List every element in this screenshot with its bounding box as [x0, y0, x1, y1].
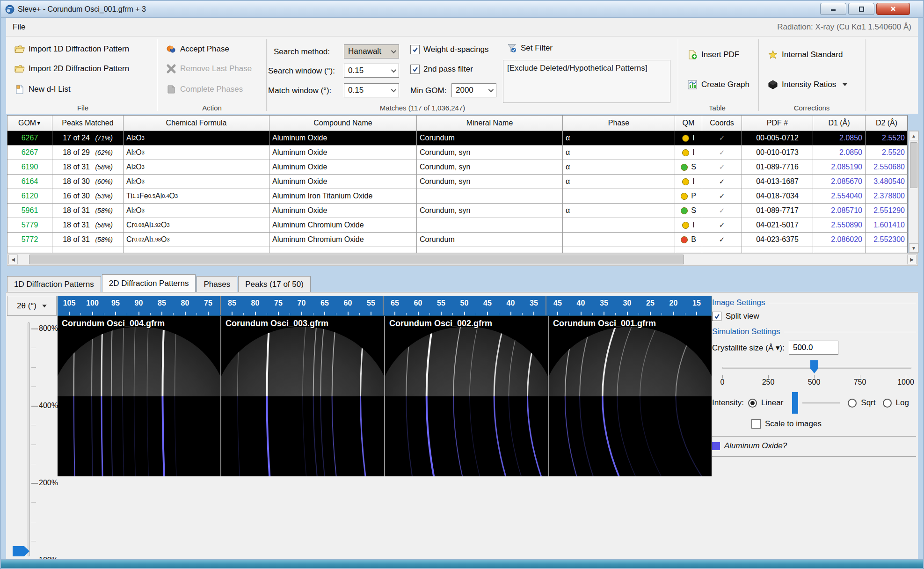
- accept-phase-button[interactable]: Accept Phase: [164, 43, 231, 55]
- scroll-left-icon[interactable]: ◀: [8, 255, 18, 264]
- insert-pdf-label: Insert PDF: [701, 50, 739, 59]
- table-row[interactable]: 626718 of 29 (62%)Al2O3Aluminum OxideCor…: [7, 146, 907, 160]
- scroll-up-icon[interactable]: ▲: [909, 131, 918, 140]
- table-hscrollbar[interactable]: ◀ ▶: [7, 253, 918, 266]
- radio-sqrt[interactable]: [848, 399, 857, 408]
- column-header-phase[interactable]: Phase: [563, 116, 675, 131]
- intensity-slider-handle[interactable]: [792, 392, 798, 414]
- scroll-right-icon[interactable]: ▶: [907, 255, 917, 264]
- radio-log[interactable]: [883, 399, 892, 408]
- split-view-checkbox[interactable]: Split view: [712, 312, 916, 321]
- min-gom-combo[interactable]: 2000: [451, 83, 496, 97]
- zoom-slider-track[interactable]: [28, 322, 30, 556]
- column-header-mineral-name[interactable]: Mineral Name: [417, 116, 563, 131]
- table-row[interactable]: 612016 of 30 (53%)Ti1.1Fe0.5Al0.4O3Alumi…: [7, 189, 907, 204]
- filter-text-box[interactable]: [Exclude Deleted/Hypothetical Patterns]: [503, 60, 670, 103]
- dropdown-arrow-icon: [42, 305, 47, 307]
- crystallite-size-input[interactable]: [789, 341, 838, 355]
- gom-cell: 6267: [7, 146, 52, 160]
- axis-selector[interactable]: 2θ (°): [7, 296, 57, 316]
- d2-cell: 2.5520: [866, 131, 908, 145]
- search-window-combo[interactable]: 0.15: [344, 64, 399, 78]
- ruler-tick-label: 30: [623, 299, 632, 307]
- dropdown-arrow-icon: [843, 83, 847, 86]
- toolbar-ribbon: Import 1D Diffraction Pattern Import 2D …: [6, 36, 918, 114]
- hscroll-thumb[interactable]: [29, 255, 684, 264]
- complete-phases-button[interactable]: Complete Phases: [164, 83, 245, 95]
- diffraction-panel[interactable]: Corundum Osci_002.gfrm: [385, 316, 549, 476]
- match-window-combo[interactable]: 0.15: [344, 83, 399, 97]
- intensity-slider-track[interactable]: [802, 402, 840, 404]
- pdf-number-cell: 00-005-0712: [742, 131, 813, 145]
- column-header-chemical-formula[interactable]: Chemical Formula: [124, 116, 269, 131]
- column-header-d1-[interactable]: D1 (Å): [813, 116, 866, 131]
- tab-label: Peaks (17 of 50): [245, 280, 304, 289]
- scale-to-images-checkbox[interactable]: Scale to images: [751, 419, 916, 429]
- table-row[interactable]: 619018 of 31 (58%)Al2O3Aluminum OxideCor…: [7, 160, 907, 175]
- column-header-peaks-matched[interactable]: Peaks Matched: [52, 116, 124, 131]
- partial-cell: [675, 247, 702, 253]
- column-header-pdf-[interactable]: PDF #: [742, 116, 813, 131]
- ruler-tick-label: 70: [298, 299, 306, 307]
- tab-peaks[interactable]: Peaks (17 of 50): [238, 276, 311, 292]
- create-graph-button[interactable]: Create Graph: [685, 79, 751, 91]
- column-header-d2-[interactable]: D2 (Å): [866, 116, 908, 131]
- maximize-button[interactable]: [848, 3, 874, 15]
- tab-2d-diffraction-patterns[interactable]: 2D Diffraction Patterns: [102, 274, 196, 292]
- table-row[interactable]: 596118 of 31 (58%)Al2O3Aluminum OxideCor…: [7, 204, 907, 218]
- close-icon: [890, 6, 896, 12]
- checkbox-checked-icon: [410, 65, 420, 74]
- set-filter-button[interactable]: Set Filter: [505, 42, 554, 54]
- phase-cell: α: [563, 204, 675, 218]
- intensity-ratios-button[interactable]: Intensity Ratios: [766, 79, 849, 91]
- peaks-matched-cell: 16 of 30 (53%): [52, 189, 124, 203]
- diffraction-panel[interactable]: Corundum Osci_003.gfrm: [221, 316, 385, 476]
- d2-cell: 1.601410: [866, 218, 908, 232]
- new-di-list-label: New d-I List: [29, 85, 71, 94]
- phase-legend-item[interactable]: Aluminum Oxide?: [712, 441, 916, 451]
- vscroll-thumb[interactable]: [910, 142, 917, 188]
- intensity-row: Intensity: Linear Sqrt Log: [712, 392, 916, 414]
- column-header-gom[interactable]: GOM ▼: [7, 116, 52, 131]
- column-header-compound-name[interactable]: Compound Name: [269, 116, 417, 131]
- tab-1d-diffraction-patterns[interactable]: 1D Diffraction Patterns: [7, 276, 101, 292]
- import-2d-button[interactable]: Import 2D Diffraction Pattern: [13, 63, 131, 75]
- radio-linear[interactable]: [748, 399, 757, 408]
- menu-file[interactable]: File: [6, 21, 32, 34]
- insert-pdf-button[interactable]: Insert PDF: [685, 49, 741, 61]
- corrections-group-label: Corrections: [760, 104, 863, 112]
- close-button[interactable]: [876, 3, 910, 15]
- table-row[interactable]: 577218 of 31 (58%)Cr0.02Al1.98O3Aluminum…: [7, 233, 907, 247]
- zoom-scale-column: 800%400%200%100%: [7, 316, 57, 558]
- tab-phases[interactable]: Phases: [196, 276, 237, 292]
- table-row[interactable]: 616418 of 30 (60%)Al2O3Aluminum OxideCor…: [7, 175, 907, 189]
- import-1d-button[interactable]: Import 1D Diffraction Pattern: [13, 43, 131, 55]
- internal-standard-button[interactable]: Internal Standard: [766, 49, 844, 61]
- table-row-partial[interactable]: [7, 247, 907, 253]
- table-vscrollbar[interactable]: ▲ ▼: [909, 131, 919, 253]
- peaks-matched-cell: 18 of 31 (58%): [52, 233, 124, 247]
- search-method-combo[interactable]: Hanawalt: [344, 44, 399, 58]
- slider-handle[interactable]: [810, 360, 818, 373]
- second-pass-filter-checkbox[interactable]: 2nd pass filter: [410, 65, 473, 74]
- column-header-qm[interactable]: QM: [675, 116, 702, 131]
- partial-cell: [813, 247, 866, 253]
- new-di-list-button[interactable]: New d-I List: [13, 83, 73, 95]
- column-header-coords[interactable]: Coords: [702, 116, 742, 131]
- diffraction-panel[interactable]: Corundum Osci_004.gfrm: [58, 316, 221, 476]
- crystallite-size-slider[interactable]: 02505007501000: [712, 359, 916, 387]
- table-row[interactable]: 626717 of 24 (71%)Al2O3Aluminum OxideCor…: [7, 131, 907, 146]
- diffraction-panel[interactable]: Corundum Osci_001.gfrm: [549, 316, 712, 476]
- remove-last-phase-button[interactable]: Remove Last Phase: [164, 63, 254, 75]
- intensity-label: Intensity:: [712, 398, 744, 408]
- scroll-down-icon[interactable]: ▼: [909, 243, 918, 253]
- ruler-tick-label: 35: [600, 299, 608, 307]
- minimize-button[interactable]: [820, 3, 846, 15]
- weight-dspacings-checkbox[interactable]: Weight d-spacings: [410, 45, 489, 54]
- folder-icon: [15, 44, 25, 54]
- zoom-slider-handle[interactable]: [13, 546, 29, 556]
- table-row[interactable]: 577918 of 31 (58%)Cr0.08Al1.92O3Aluminum…: [7, 218, 907, 233]
- ruler-tick-label: 60: [344, 299, 352, 307]
- chemical-formula-cell: Cr0.08Al1.92O3: [124, 218, 269, 232]
- compound-name-cell: Aluminum Oxide: [269, 175, 417, 189]
